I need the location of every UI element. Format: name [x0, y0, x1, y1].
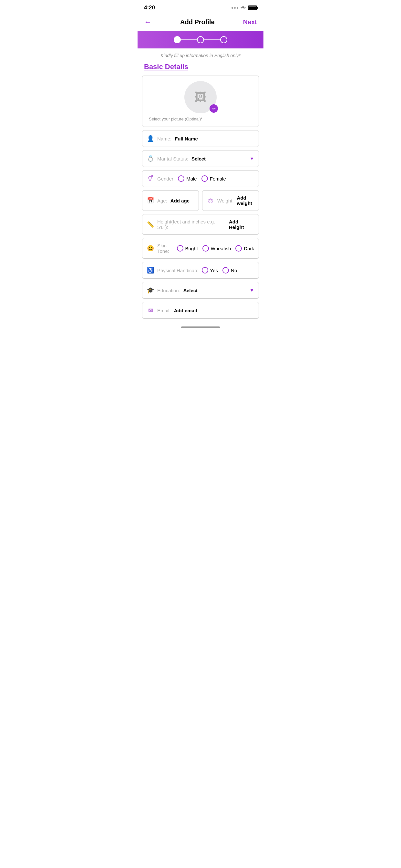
subtitle: Kindly fill up information in English on…	[137, 49, 264, 60]
name-label: Name:	[157, 136, 172, 142]
photo-upload-field[interactable]: 🖼 ✏ Select your picture (Optinal)*	[142, 75, 259, 127]
image-icon: 🖼	[195, 90, 206, 104]
wifi-icon	[240, 5, 246, 10]
photo-edit-button[interactable]: ✏	[210, 104, 218, 113]
skin-dark-option[interactable]: Dark	[235, 245, 254, 252]
handicap-label: Physical Handicap:	[157, 268, 198, 273]
gender-field[interactable]: ⚥ Gender: Male Female	[142, 170, 259, 187]
person-icon: 👤	[147, 135, 154, 142]
nav-header: ← Add Profile Next	[137, 14, 264, 31]
gender-icon: ⚥	[147, 175, 154, 182]
skin-bright-radio[interactable]	[177, 245, 183, 252]
gender-female-radio[interactable]	[202, 175, 208, 182]
wheelchair-icon: ♿	[147, 267, 154, 274]
weight-field[interactable]: ⚖ Weight: Add weight	[202, 190, 259, 211]
handicap-yes-label: Yes	[210, 268, 218, 273]
education-value[interactable]: Select	[183, 288, 197, 293]
height-icon: 📏	[147, 221, 154, 228]
next-button[interactable]: Next	[243, 19, 257, 26]
signal-icon	[232, 7, 238, 9]
skin-dark-label: Dark	[244, 246, 254, 251]
marital-status-field[interactable]: 💍 Marital Status: Select ▼	[142, 150, 259, 167]
age-label: Age:	[157, 198, 167, 204]
battery-icon	[248, 5, 257, 10]
rings-icon: 💍	[147, 155, 154, 162]
step-1	[174, 36, 181, 43]
marital-label: Marital Status:	[157, 156, 188, 161]
face-icon: 😊	[147, 245, 154, 252]
handicap-yes-option[interactable]: Yes	[202, 267, 218, 274]
progress-steps	[174, 36, 227, 43]
status-time: 4:20	[144, 4, 155, 11]
education-label: Education:	[157, 288, 180, 293]
step-3	[220, 36, 227, 43]
handicap-no-label: No	[231, 268, 237, 273]
home-bar	[181, 327, 220, 328]
height-label: Height(feet and inches e.g. 5'6"):	[157, 219, 226, 230]
marital-value[interactable]: Select	[191, 156, 206, 161]
skin-bright-option[interactable]: Bright	[177, 245, 198, 252]
photo-circle: 🖼 ✏	[184, 81, 217, 113]
gender-female-label: Female	[210, 176, 226, 182]
skin-wheatish-option[interactable]: Wheatish	[203, 245, 231, 252]
status-bar: 4:20	[137, 0, 264, 14]
age-value[interactable]: Add age	[171, 198, 189, 204]
gender-options: Male Female	[178, 175, 226, 182]
skin-wheatish-label: Wheatish	[211, 246, 231, 251]
photo-label: Select your picture (Optinal)*	[148, 117, 203, 121]
home-indicator	[137, 324, 264, 331]
email-value[interactable]: Add email	[174, 308, 197, 313]
education-field[interactable]: 🎓 Education: Select ▼	[142, 282, 259, 299]
skin-dark-radio[interactable]	[235, 245, 242, 252]
progress-bar	[137, 31, 264, 49]
back-button[interactable]: ←	[144, 18, 152, 27]
email-field[interactable]: ✉ Email: Add email	[142, 302, 259, 319]
form-content: 🖼 ✏ Select your picture (Optinal)* 👤 Nam…	[137, 75, 264, 319]
handicap-field[interactable]: ♿ Physical Handicap: Yes No	[142, 262, 259, 279]
calendar-icon: 📅	[147, 197, 154, 204]
education-icon: 🎓	[147, 287, 154, 294]
gender-male-option[interactable]: Male	[178, 175, 197, 182]
step-line-2	[204, 39, 220, 40]
age-field[interactable]: 📅 Age: Add age	[142, 190, 199, 211]
marital-dropdown-icon: ▼	[250, 156, 254, 161]
skin-bright-label: Bright	[185, 246, 198, 251]
email-label: Email:	[157, 308, 171, 313]
gender-label: Gender:	[157, 176, 175, 182]
skin-tone-field[interactable]: 😊 Skin Tone: Bright Wheatish Dark	[142, 238, 259, 259]
name-value[interactable]: Full Name	[175, 136, 198, 142]
handicap-options: Yes No	[202, 267, 237, 274]
skin-wheatish-radio[interactable]	[203, 245, 209, 252]
skin-options: Bright Wheatish Dark	[177, 245, 254, 252]
gender-female-option[interactable]: Female	[202, 175, 226, 182]
handicap-yes-radio[interactable]	[202, 267, 208, 274]
weight-value[interactable]: Add weight	[237, 195, 254, 206]
education-dropdown-icon: ▼	[250, 288, 254, 293]
status-icons	[232, 5, 257, 10]
email-icon: ✉	[147, 307, 154, 314]
handicap-no-option[interactable]: No	[222, 267, 237, 274]
pencil-icon: ✏	[212, 106, 216, 111]
age-weight-row: 📅 Age: Add age ⚖ Weight: Add weight	[142, 190, 259, 211]
weight-icon: ⚖	[207, 197, 214, 204]
gender-male-label: Male	[186, 176, 197, 182]
gender-male-radio[interactable]	[178, 175, 184, 182]
step-line-1	[181, 39, 197, 40]
section-title: Basic Details	[137, 60, 264, 75]
name-field[interactable]: 👤 Name: Full Name	[142, 130, 259, 147]
step-2	[197, 36, 204, 43]
handicap-no-radio[interactable]	[222, 267, 229, 274]
photo-container: 🖼 ✏	[148, 81, 253, 113]
height-value[interactable]: Add Height	[229, 219, 254, 230]
weight-label: Weight:	[217, 198, 234, 204]
page-title: Add Profile	[180, 19, 215, 26]
skin-label: Skin Tone:	[157, 243, 174, 254]
height-field[interactable]: 📏 Height(feet and inches e.g. 5'6"): Add…	[142, 214, 259, 235]
